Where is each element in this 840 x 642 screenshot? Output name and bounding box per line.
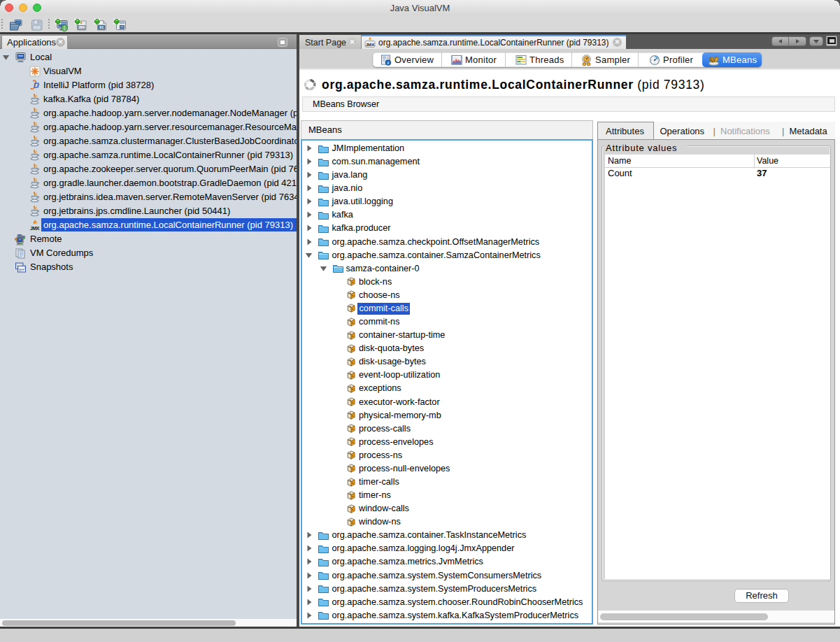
svg-text:JMX: JMX [366,42,376,47]
svg-text:JMX: JMX [30,226,40,231]
svg-text:i: i [387,60,389,65]
